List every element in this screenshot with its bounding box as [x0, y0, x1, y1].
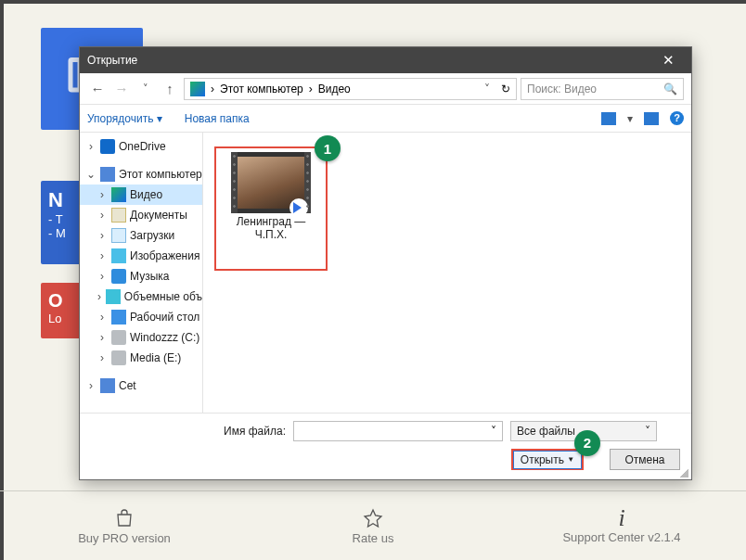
nav-up-icon[interactable]: ↑ — [160, 81, 180, 96]
dialog-bottom: Имя файла: ˅ Все файлы ˅ Открыть ▼ 2 Отм… — [80, 413, 691, 479]
tree-e-drive[interactable]: ›Media (E:) — [80, 348, 202, 368]
chevron-down-icon: ▾ — [157, 112, 162, 125]
open-button[interactable]: Открыть ▼ — [511, 449, 584, 470]
tree-downloads[interactable]: ›Загрузки — [80, 225, 202, 246]
objects3d-icon — [106, 289, 121, 304]
drive-icon — [111, 330, 126, 345]
tree-3d[interactable]: ›Объемные объ — [80, 286, 202, 307]
app-footer: Buy PRO version Rate us i Support Center… — [2, 490, 746, 560]
tree-music[interactable]: ›Музыка — [80, 266, 202, 286]
help-icon[interactable]: ? — [670, 111, 684, 125]
drive-icon — [111, 350, 126, 365]
callout-1: 1 — [315, 135, 341, 161]
info-icon: i — [618, 508, 624, 528]
tree-network[interactable]: ›Сet — [80, 375, 202, 396]
filename-label: Имя файла: — [91, 425, 286, 438]
view-preview-icon[interactable] — [644, 112, 659, 125]
dialog-title: Открытие — [87, 54, 137, 67]
bag-icon — [113, 507, 135, 529]
downloads-icon — [111, 228, 126, 243]
organize-button[interactable]: Упорядочить ▾ — [87, 112, 162, 125]
tree-images[interactable]: ›Изображения — [80, 246, 202, 266]
tree-desktop[interactable]: ›Рабочий стол — [80, 307, 202, 327]
cloud-icon — [100, 139, 115, 154]
images-icon — [111, 248, 126, 263]
svg-rect-1 — [73, 62, 78, 88]
view-thumbnails-icon[interactable] — [601, 112, 616, 125]
chevron-right-icon: › — [211, 83, 214, 95]
callout-2: 2 — [574, 430, 600, 456]
footer-rate-label: Rate us — [353, 531, 394, 545]
video-icon — [111, 187, 126, 202]
file-item[interactable]: Ленинград — Ч.П.Х. — [214, 146, 328, 271]
chevron-right-icon: › — [309, 83, 313, 95]
close-icon[interactable]: ✕ — [652, 52, 684, 69]
search-placeholder: Поиск: Видео — [527, 83, 597, 95]
chevron-down-icon[interactable]: ˅ — [491, 425, 496, 438]
folder-tree[interactable]: ›OneDrive ⌄Этот компьютер ›Видео ›Докуме… — [80, 133, 203, 413]
play-overlay-icon — [289, 198, 308, 217]
nav-forward-icon: → — [111, 81, 132, 96]
video-thumbnail — [231, 152, 311, 213]
resize-grip-icon[interactable] — [677, 466, 688, 477]
file-label-line2: Ч.П.Х. — [216, 228, 326, 241]
address-bar[interactable]: › Этот компьютер › Видео ˅ ↻ — [184, 78, 517, 100]
footer-rate[interactable]: Rate us — [249, 491, 497, 560]
file-label-line1: Ленинград — — [216, 215, 326, 228]
nav-back-icon[interactable]: ← — [87, 81, 108, 96]
star-icon — [362, 507, 384, 529]
footer-support[interactable]: i Support Center v2.1.4 — [497, 491, 746, 560]
network-icon — [100, 378, 115, 393]
footer-support-label: Support Center v2.1.4 — [562, 530, 680, 544]
file-open-dialog: Открытие ✕ ← → ˅ ↑ › Этот компьютер › Ви… — [79, 46, 692, 480]
crumb-folder[interactable]: Видео — [318, 83, 351, 95]
filename-input[interactable]: ˅ — [293, 421, 503, 441]
file-pane[interactable]: Ленинград — Ч.П.Х. 1 — [203, 133, 691, 413]
footer-buy-pro[interactable]: Buy PRO version — [2, 491, 249, 560]
address-dropdown-icon[interactable]: ˅ — [484, 83, 490, 95]
search-input[interactable]: Поиск: Видео 🔍 — [521, 78, 684, 100]
tree-documents[interactable]: ›Документы — [80, 205, 202, 225]
tree-c-drive[interactable]: ›Windozzz (C:) — [80, 327, 202, 348]
toolbar: Упорядочить ▾ Новая папка ▾ ? — [80, 105, 691, 133]
tree-onedrive[interactable]: ›OneDrive — [80, 136, 202, 157]
nav-row: ← → ˅ ↑ › Этот компьютер › Видео ˅ ↻ Пои… — [80, 73, 691, 105]
tree-this-pc[interactable]: ⌄Этот компьютер — [80, 164, 202, 185]
new-folder-button[interactable]: Новая папка — [185, 112, 250, 125]
crumb-pc[interactable]: Этот компьютер — [220, 83, 303, 95]
cancel-button[interactable]: Отмена — [610, 449, 680, 470]
desktop-icon — [111, 310, 126, 325]
chevron-down-icon: ˅ — [645, 425, 650, 438]
video-folder-icon — [190, 82, 205, 96]
pc-icon — [100, 167, 115, 182]
refresh-icon[interactable]: ↻ — [501, 83, 510, 95]
documents-icon — [111, 208, 126, 223]
nav-recent-icon[interactable]: ˅ — [135, 83, 156, 95]
footer-buy-label: Buy PRO version — [78, 531, 171, 545]
search-icon: 🔍 — [663, 83, 677, 95]
dialog-titlebar[interactable]: Открытие ✕ — [80, 47, 691, 73]
chevron-down-icon[interactable]: ▾ — [627, 112, 633, 125]
music-icon — [111, 269, 126, 284]
tree-video[interactable]: ›Видео — [80, 185, 202, 205]
